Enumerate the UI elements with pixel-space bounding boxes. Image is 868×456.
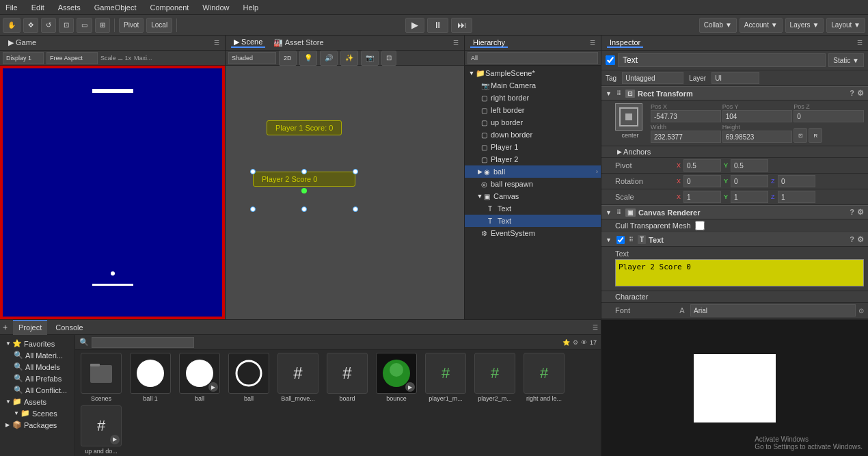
- all-select[interactable]: All: [467, 52, 598, 64]
- rt-fold[interactable]: ▼: [606, 90, 614, 97]
- tc-fold[interactable]: ▼: [606, 237, 614, 243]
- collab-btn[interactable]: Collab ▼: [699, 18, 737, 33]
- asset-ball-move[interactable]: # Ball_move...: [275, 353, 321, 403]
- tc-settings-icon[interactable]: ?: [850, 235, 854, 244]
- rt-settings-icon[interactable]: ?: [850, 89, 854, 98]
- toolbar-scale-btn[interactable]: ⊡: [59, 18, 74, 33]
- tab-game[interactable]: ▶ Game: [5, 38, 39, 47]
- hier-up-border[interactable]: ▢ up border: [465, 116, 601, 129]
- scale-z-input[interactable]: [778, 191, 815, 203]
- pause-btn[interactable]: ⏸: [427, 18, 448, 33]
- tree-all-conflicts[interactable]: 🔍 All Conflict...: [3, 384, 72, 396]
- asset-player1m[interactable]: # player1_m...: [422, 353, 469, 403]
- cr-settings-icon[interactable]: ?: [850, 208, 854, 217]
- hier-scene-root[interactable]: ▼ 📁 SampleScene*: [465, 67, 601, 79]
- scale-x-input[interactable]: [683, 191, 721, 203]
- asset-player2m[interactable]: # player2_m...: [472, 353, 518, 403]
- font-pick-icon[interactable]: ⊙: [858, 307, 864, 314]
- handle-bm[interactable]: [301, 206, 307, 212]
- toolbar-transform-btn[interactable]: ⊞: [95, 18, 110, 33]
- hier-eventsystem[interactable]: ⚙ EventSystem: [465, 227, 601, 239]
- asset-scenes[interactable]: Scenes: [78, 353, 124, 403]
- game-panel-menu[interactable]: ☰: [214, 40, 219, 46]
- menu-assets[interactable]: Assets: [55, 3, 83, 12]
- hier-ball-respawn[interactable]: ◎ ball respawn: [465, 178, 601, 190]
- tag-select[interactable]: Untagged: [622, 72, 683, 84]
- shaded-select[interactable]: Shaded: [228, 52, 276, 64]
- fx-btn[interactable]: ✨: [340, 51, 358, 66]
- tree-assets[interactable]: ▼ 📁 Assets: [3, 396, 72, 407]
- hier-right-border[interactable]: ▢ right border: [465, 92, 601, 104]
- tc-enable-checkbox[interactable]: [616, 236, 625, 244]
- menu-file[interactable]: File: [3, 3, 21, 12]
- asset-ball1[interactable]: ball 1: [127, 353, 174, 403]
- hier-text2[interactable]: T Text: [465, 215, 601, 227]
- asset-ball-white[interactable]: ▶ ball: [176, 353, 223, 403]
- handle-center[interactable]: [301, 188, 307, 193]
- tree-favorites[interactable]: ▼ ⭐ Favorites: [3, 338, 72, 349]
- scale-y-input[interactable]: [731, 191, 768, 203]
- pivot-btn[interactable]: Pivot: [119, 18, 144, 33]
- gizmos-btn[interactable]: ⊡: [381, 51, 396, 66]
- ball-arrow-right[interactable]: ›: [596, 168, 598, 175]
- toolbar-rect-btn[interactable]: ▭: [77, 18, 92, 33]
- tab-project[interactable]: Project: [13, 320, 47, 335]
- add-btn[interactable]: +: [3, 323, 8, 332]
- cr-settings-gear[interactable]: ⚙: [857, 208, 864, 217]
- hier-canvas[interactable]: ▼ ▣ Canvas: [465, 190, 601, 202]
- scene-panel-menu[interactable]: ☰: [453, 40, 459, 46]
- menu-window[interactable]: Window: [200, 3, 232, 12]
- project-panel-menu[interactable]: ☰: [593, 324, 598, 331]
- tab-hierarchy[interactable]: Hierarchy: [470, 38, 508, 48]
- inspector-menu[interactable]: ☰: [857, 40, 863, 46]
- lights-btn[interactable]: 💡: [299, 51, 317, 66]
- asset-hidden-btn[interactable]: 👁: [581, 339, 587, 346]
- hier-player2[interactable]: ▢ Player 2: [465, 153, 601, 165]
- hier-main-camera[interactable]: 📷 Main Camera: [465, 79, 601, 92]
- rt-width-input[interactable]: [651, 131, 721, 143]
- rt-posz-input[interactable]: [794, 110, 864, 122]
- rt-height-input[interactable]: [722, 131, 793, 143]
- tab-asset-store[interactable]: 🏭 Asset Store: [271, 38, 326, 47]
- object-name-field[interactable]: Text: [618, 53, 826, 67]
- font-input[interactable]: [690, 304, 856, 317]
- tab-console[interactable]: Console: [50, 320, 88, 335]
- aspect-select[interactable]: Free Aspect: [46, 52, 98, 64]
- handle-br[interactable]: [353, 206, 358, 212]
- tree-packages[interactable]: ▶ 📦 Packages: [3, 419, 72, 431]
- local-btn[interactable]: Local: [146, 18, 172, 33]
- hier-player1[interactable]: ▢ Player 1: [465, 141, 601, 153]
- pivot-x-input[interactable]: [683, 159, 721, 172]
- asset-up-do[interactable]: # ▶ up and do...: [78, 405, 124, 455]
- tree-all-models[interactable]: 🔍 All Models: [3, 361, 72, 373]
- play-btn[interactable]: ▶: [405, 18, 424, 33]
- rt-settings-gear[interactable]: ⚙: [857, 89, 864, 98]
- tree-all-materials[interactable]: 🔍 All Materi...: [3, 349, 72, 361]
- asset-filter-btn[interactable]: ⚙: [573, 339, 578, 346]
- hier-ball[interactable]: ▶ ◉ ball ›: [465, 165, 601, 178]
- rt-reset-btn[interactable]: R: [809, 128, 822, 143]
- rt-posy-input[interactable]: [722, 110, 793, 122]
- static-btn[interactable]: Static ▼: [828, 53, 864, 67]
- pivot-y-input[interactable]: [731, 159, 768, 172]
- layers-btn[interactable]: Layers ▼: [785, 18, 824, 33]
- rt-resize-btn[interactable]: ⊡: [794, 128, 807, 143]
- object-enabled-checkbox[interactable]: [606, 55, 615, 65]
- cull-checkbox[interactable]: [695, 221, 705, 230]
- hierarchy-menu[interactable]: ☰: [590, 40, 595, 46]
- hier-down-border[interactable]: ▢ down border: [465, 129, 601, 141]
- text-field-value[interactable]: Player 2 Score 0: [615, 259, 864, 286]
- menu-edit[interactable]: Edit: [29, 3, 47, 12]
- cr-fold[interactable]: ▼: [606, 209, 614, 216]
- rt-posx-input[interactable]: [651, 110, 721, 122]
- toolbar-rotate-btn[interactable]: ↺: [41, 18, 56, 33]
- hier-left-border[interactable]: ▢ left border: [465, 104, 601, 116]
- layer-select[interactable]: UI: [711, 72, 759, 84]
- tree-scenes[interactable]: ▼ 📁 Scenes: [3, 407, 72, 419]
- display-select[interactable]: Display 1: [3, 52, 44, 64]
- asset-bounce[interactable]: ▶ bounce: [373, 353, 420, 403]
- search-input[interactable]: [92, 337, 194, 348]
- scene-cam-btn[interactable]: 📷: [361, 51, 379, 66]
- rot-y-input[interactable]: [731, 175, 768, 187]
- scene-viewport[interactable]: Player 1 Score: 0 Player 2 Score 0: [226, 66, 464, 319]
